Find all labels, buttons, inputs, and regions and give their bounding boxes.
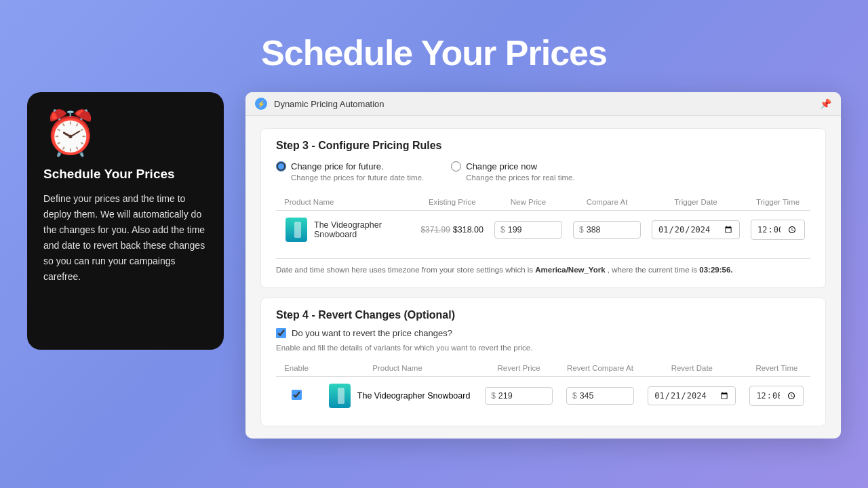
step3-title: Step 3 - Configure Pricing Rules bbox=[276, 140, 810, 152]
future-price-label: Change price for future. bbox=[291, 161, 384, 171]
page-title: Schedule Your Prices bbox=[261, 33, 607, 73]
col-revert-product: Product Name bbox=[317, 360, 478, 377]
revert-price-cell[interactable]: $ bbox=[478, 377, 559, 415]
product-thumbnail bbox=[285, 218, 307, 242]
price-now-label: Change price now bbox=[466, 161, 537, 171]
col-trigger-time: Trigger Time bbox=[745, 194, 810, 211]
step3-section: Step 3 - Configure Pricing Rules Change … bbox=[260, 128, 826, 288]
col-new-price: New Price bbox=[489, 194, 568, 211]
card-description: Define your prices and the time to deplo… bbox=[43, 191, 208, 285]
app-title: Dynamic Pricing Automation bbox=[274, 99, 384, 109]
current-price: $318.00 bbox=[453, 225, 484, 235]
app-icon: ⚡ bbox=[255, 98, 267, 110]
new-price-cell[interactable]: $ bbox=[489, 211, 568, 249]
revert-time-input[interactable] bbox=[749, 386, 804, 407]
product-name: The Videographer Snowboard bbox=[314, 220, 410, 239]
revert-enable-cell[interactable] bbox=[276, 377, 317, 415]
revert-enable-note: Enable and fill the details of variants … bbox=[276, 344, 810, 352]
price-now-radio[interactable] bbox=[451, 161, 461, 171]
currency-symbol-compare: $ bbox=[579, 225, 584, 235]
timezone-note: Date and time shown here uses timezone f… bbox=[276, 258, 810, 277]
table-row: The Videographer Snowboard $371.99 $318.… bbox=[276, 211, 810, 249]
revert-compare-input[interactable] bbox=[580, 391, 620, 401]
revert-table-row: The Videographer Snowboard $ bbox=[276, 377, 810, 415]
step4-section: Step 4 - Revert Changes (Optional) Do yo… bbox=[260, 298, 826, 426]
col-enable: Enable bbox=[276, 360, 317, 377]
revert-price-input[interactable] bbox=[498, 391, 539, 401]
currency-symbol-revert: $ bbox=[491, 391, 496, 401]
future-price-sublabel: Change the prices for future date time. bbox=[276, 174, 424, 182]
col-revert-price: Revert Price bbox=[478, 360, 559, 377]
app-body: Step 3 - Configure Pricing Rules Change … bbox=[245, 116, 841, 439]
future-price-radio[interactable] bbox=[276, 161, 286, 171]
trigger-date-cell[interactable] bbox=[646, 211, 745, 249]
col-trigger-date: Trigger Date bbox=[646, 194, 745, 211]
col-product-name: Product Name bbox=[276, 194, 415, 211]
revert-product-name: The Videographer Snowboard bbox=[357, 391, 471, 401]
col-revert-time: Revert Time bbox=[743, 360, 810, 377]
existing-price-cell: $371.99 $318.00 bbox=[415, 211, 489, 249]
revert-checkbox-row: Do you want to revert the price changes? bbox=[276, 328, 810, 338]
option-future-price: Change price for future. Change the pric… bbox=[276, 161, 424, 182]
pricing-mode-group: Change price for future. Change the pric… bbox=[276, 161, 810, 182]
revert-table: Enable Product Name Revert Price Revert … bbox=[276, 360, 810, 415]
new-price-input[interactable] bbox=[508, 225, 549, 235]
trigger-time-input[interactable] bbox=[751, 220, 805, 241]
current-time: 03:29:56. bbox=[699, 266, 732, 274]
strike-price: $371.99 bbox=[420, 225, 450, 235]
row-enable-checkbox[interactable] bbox=[292, 390, 302, 400]
option-price-now: Change price now Change the prices for r… bbox=[451, 161, 574, 182]
currency-symbol-new: $ bbox=[500, 225, 505, 235]
compare-at-cell[interactable]: $ bbox=[568, 211, 646, 249]
col-compare-at: Compare At bbox=[568, 194, 646, 211]
col-revert-date: Revert Date bbox=[641, 360, 743, 377]
revert-time-cell[interactable] bbox=[743, 377, 810, 415]
pin-icon[interactable]: 📌 bbox=[820, 98, 831, 109]
app-titlebar: ⚡ Dynamic Pricing Automation 📌 bbox=[245, 92, 841, 116]
revert-checkbox[interactable] bbox=[276, 328, 286, 338]
revert-checkbox-label: Do you want to revert the price changes? bbox=[292, 328, 452, 338]
pricing-table: Product Name Existing Price New Price Co… bbox=[276, 194, 810, 249]
revert-product-thumbnail bbox=[329, 384, 351, 408]
price-now-sublabel: Change the prices for real time. bbox=[451, 174, 574, 182]
card-title: Schedule Your Prices bbox=[43, 167, 208, 182]
compare-at-input[interactable] bbox=[587, 225, 627, 235]
currency-symbol-revert-compare: $ bbox=[572, 391, 577, 401]
revert-date-cell[interactable] bbox=[641, 377, 743, 415]
revert-compare-cell[interactable]: $ bbox=[559, 377, 641, 415]
timezone-name: America/New_York bbox=[535, 266, 605, 274]
step4-title: Step 4 - Revert Changes (Optional) bbox=[276, 309, 810, 321]
trigger-date-input[interactable] bbox=[652, 220, 740, 239]
clock-icon: ⏰ bbox=[43, 111, 208, 155]
revert-product-cell: The Videographer Snowboard bbox=[317, 377, 478, 415]
revert-date-input[interactable] bbox=[648, 386, 736, 405]
product-cell: The Videographer Snowboard bbox=[276, 211, 415, 249]
trigger-time-cell[interactable] bbox=[745, 211, 810, 249]
col-revert-compare: Revert Compare At bbox=[559, 360, 641, 377]
app-window: ⚡ Dynamic Pricing Automation 📌 Step 3 - … bbox=[245, 92, 841, 439]
col-existing-price: Existing Price bbox=[415, 194, 489, 211]
feature-card: ⏰ Schedule Your Prices Define your price… bbox=[27, 92, 224, 350]
